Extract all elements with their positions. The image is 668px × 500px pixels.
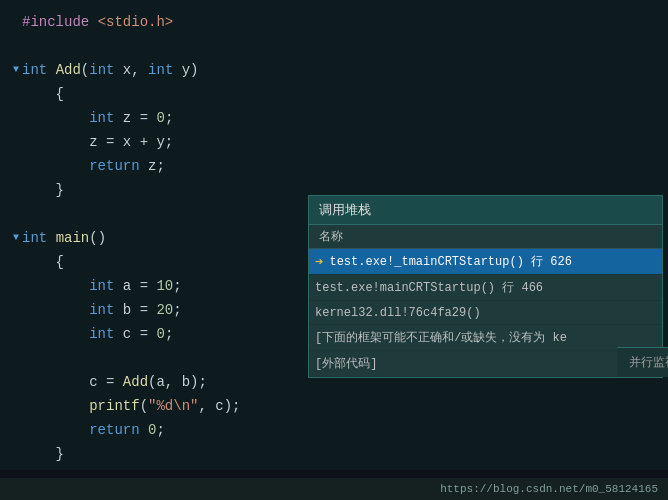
collapse-main[interactable]: ▼ [10,226,22,250]
code-line-3: ▼ int Add(int x, int y) [0,58,668,82]
callstack-item-4[interactable]: [外部代码] [309,351,662,377]
bottom-tabs: 并行监视 1 调用堆栈 [617,347,668,377]
callstack-item-text-2: kernel32.dll!76c4fa29() [315,306,656,320]
callstack-item-text-4: [外部代码] [315,355,656,372]
tab-parallel-watch[interactable]: 并行监视 1 [617,348,668,377]
code-line-18: return 0; [0,418,668,442]
code-line-19: } [0,442,668,466]
callstack-col-header: 名称 [309,225,662,249]
code-line-5: int z = 0; [0,106,668,130]
code-line-17: printf("%d\n", c); [0,394,668,418]
code-line-6: z = x + y; [0,130,668,154]
callstack-panel: 调用堆栈 名称 ➔ test.exe!_tmainCRTStartup() 行 … [308,195,663,378]
callstack-item-text-3: [下面的框架可能不正确和/或缺失，没有为 ke [315,329,656,346]
callstack-item-text-0: test.exe!_tmainCRTStartup() 行 626 [329,253,656,270]
callstack-item-1[interactable]: test.exe!mainCRTStartup() 行 466 [309,275,662,301]
callstack-item-3[interactable]: [下面的框架可能不正确和/或缺失，没有为 ke [309,325,662,351]
code-line-blank1 [0,34,668,58]
code-line-4: { [0,82,668,106]
line-content-3: int Add(int x, int y) [22,58,658,82]
callstack-title: 调用堆栈 [309,196,662,225]
arrow-icon-0: ➔ [315,253,323,270]
callstack-item-text-1: test.exe!mainCRTStartup() 行 466 [315,279,656,296]
status-url: https://blog.csdn.net/m0_58124165 [440,483,658,495]
callstack-item-0[interactable]: ➔ test.exe!_tmainCRTStartup() 行 626 [309,249,662,275]
status-bar: https://blog.csdn.net/m0_58124165 [0,478,668,500]
code-line-1: #include <stdio.h> [0,10,668,34]
collapse-add[interactable]: ▼ [10,58,22,82]
line-content-1: #include <stdio.h> [22,10,658,34]
code-line-7: return z; [0,154,668,178]
callstack-item-2[interactable]: kernel32.dll!76c4fa29() [309,301,662,325]
